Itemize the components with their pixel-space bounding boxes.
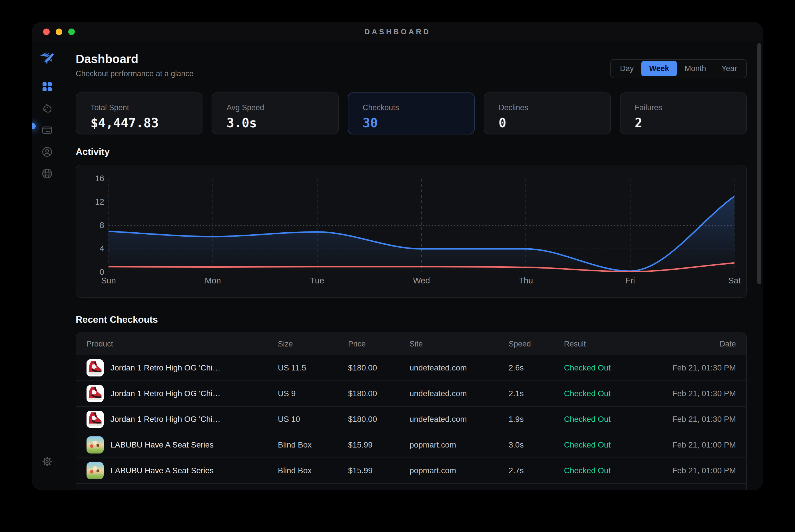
activity-chart-svg (109, 179, 735, 272)
column-size: Size (278, 340, 348, 348)
cell-speed: 3.0s (509, 440, 564, 450)
main-content: Dashboard Checkout performance at a glan… (62, 42, 763, 490)
cell-speed: 2.7s (509, 466, 564, 475)
tab-month[interactable]: Month (677, 61, 714, 76)
sneaker-image (87, 411, 104, 428)
x-axis-tick: Sun (101, 276, 116, 285)
sidebar-item-dashboard[interactable] (42, 81, 53, 92)
stat-label: Checkouts (363, 103, 474, 112)
cell-size: Blind Box (278, 440, 348, 450)
tab-week[interactable]: Week (641, 61, 677, 76)
sidebar (32, 42, 62, 490)
y-axis-tick: 0 (76, 267, 104, 277)
sidebar-item-settings[interactable] (32, 456, 62, 467)
cell-site: popmart.com (409, 440, 509, 450)
column-site: Site (409, 340, 509, 348)
table-row[interactable]: Jordan 1 Retro High OG 'Chi… US 11.5 $18… (76, 355, 746, 380)
product-name: Jordan 1 Retro High OG 'Chi… (111, 363, 220, 373)
cell-result: Checked Out (564, 389, 658, 398)
product-thumbnail (87, 385, 104, 402)
y-axis-tick: 16 (76, 174, 104, 183)
stat-value: $4,447.83 (91, 116, 202, 130)
cell-price: $15.99 (348, 466, 409, 475)
column-product: Product (87, 340, 278, 348)
scrollbar[interactable] (757, 43, 761, 284)
recent-checkouts-table: Product Size Price Site Speed Result Dat… (76, 332, 747, 490)
cell-date: Feb 21, 01:00 PM (658, 440, 736, 450)
stat-label: Total Spent (91, 103, 202, 112)
table-row[interactable]: Jordan 1 Retro High OG 'Chi… US 9 $180.0… (76, 380, 746, 406)
cell-size: Blind Box (278, 466, 348, 475)
stat-value: 0 (499, 116, 610, 130)
page-header: Dashboard Checkout performance at a glan… (76, 52, 193, 78)
sidebar-item-profiles[interactable] (41, 147, 53, 157)
product-name: LABUBU Have A Seat Series (111, 466, 214, 475)
table-row-partial (76, 483, 746, 490)
stat-card-checkouts: Checkouts 30 (348, 93, 475, 134)
x-axis-tick: Sat (728, 276, 741, 285)
stat-card-declines: Declines 0 (484, 93, 611, 134)
cell-price: $180.00 (348, 389, 409, 398)
cell-price: $15.99 (348, 440, 409, 450)
cell-price: $180.00 (348, 363, 409, 373)
gear-icon (41, 456, 53, 467)
traffic-lights (43, 22, 75, 42)
product-thumbnail (87, 436, 104, 454)
active-page-indicator (32, 123, 36, 129)
stat-value: 3.0s (226, 116, 338, 130)
column-result: Result (564, 340, 658, 348)
x-axis-tick: Fri (625, 276, 635, 285)
product-thumbnail (87, 462, 104, 479)
cell-date: Feb 21, 01:30 PM (658, 415, 736, 424)
page-title: Dashboard (76, 52, 193, 66)
sidebar-item-tasks[interactable] (41, 103, 53, 114)
app-window: DASHBOARD (32, 22, 763, 490)
cell-date: Feb 21, 01:30 PM (658, 363, 736, 373)
column-date: Date (658, 340, 736, 348)
product-name: LABUBU Have A Seat Series (111, 440, 214, 450)
cell-date: Feb 21, 01:00 PM (658, 466, 736, 475)
product-name: Jordan 1 Retro High OG 'Chi… (111, 415, 220, 424)
cell-size: US 10 (278, 415, 348, 424)
stat-label: Failures (635, 103, 746, 112)
table-row[interactable]: LABUBU Have A Seat Series Blind Box $15.… (76, 457, 746, 483)
stat-value: 2 (635, 116, 746, 130)
recent-checkouts-heading: Recent Checkouts (76, 314, 747, 325)
cell-price: $180.00 (348, 415, 409, 424)
horse-icon (41, 103, 53, 114)
globe-icon (41, 168, 53, 179)
stat-label: Declines (499, 103, 610, 112)
cell-date: Feb 21, 01:30 PM (658, 389, 736, 398)
y-axis-tick: 4 (76, 244, 104, 253)
stat-card-avg-speed: Avg Speed 3.0s (211, 93, 338, 134)
x-axis-tick: Mon (205, 276, 221, 285)
credit-card-icon (41, 125, 53, 136)
brand-logo (40, 51, 55, 64)
product-name: Jordan 1 Retro High OG 'Chi… (111, 389, 220, 398)
x-axis-tick: Wed (413, 276, 430, 285)
zoom-button[interactable] (68, 28, 75, 35)
cell-size: US 11.5 (278, 363, 348, 373)
table-row[interactable]: Jordan 1 Retro High OG 'Chi… US 10 $180.… (76, 406, 746, 432)
cell-speed: 1.9s (509, 415, 564, 424)
cell-speed: 2.6s (509, 363, 564, 373)
sneaker-image (87, 359, 104, 377)
cell-size: US 9 (278, 389, 348, 398)
column-price: Price (348, 340, 409, 348)
cell-result: Checked Out (564, 440, 658, 450)
pegasus-logo-icon (40, 51, 55, 64)
user-circle-icon (41, 146, 53, 157)
sidebar-item-billing[interactable] (41, 125, 53, 136)
minimize-button[interactable] (56, 28, 62, 35)
table-row[interactable]: LABUBU Have A Seat Series Blind Box $15.… (76, 432, 746, 457)
stat-value: 30 (363, 116, 474, 130)
sidebar-item-proxies[interactable] (41, 168, 53, 179)
tab-day[interactable]: Day (612, 61, 641, 76)
cell-result: Checked Out (564, 363, 658, 373)
y-axis-tick: 12 (76, 197, 104, 207)
activity-chart-panel: 0481216 SunMonTueWedThuFriSat (76, 165, 747, 298)
cell-site: undefeated.com (409, 363, 509, 373)
cell-site: undefeated.com (409, 389, 509, 398)
close-button[interactable] (43, 28, 50, 35)
tab-year[interactable]: Year (714, 61, 745, 76)
